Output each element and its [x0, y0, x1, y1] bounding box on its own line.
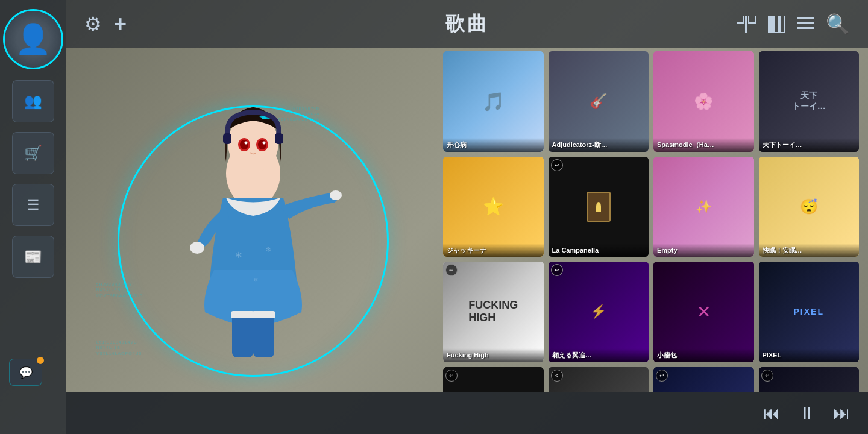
song-card-inner: FUCKINGHIGH↩Fucking High	[443, 262, 544, 362]
song-card-inner: 🎤<	[549, 367, 649, 392]
song-badge-dianya: ↩	[445, 370, 458, 382]
news-icon: 📰	[24, 248, 42, 265]
song-card-dianya[interactable]: 🎼↩地亚狂想曲	[443, 367, 544, 392]
song-title-tenka: 天下トーイ…	[759, 138, 860, 151]
song-badge-scaffold: ↩	[761, 370, 773, 382]
prev-button[interactable]: ⏮	[763, 403, 780, 423]
chat-bubble[interactable]: 💬	[9, 359, 42, 386]
settings-icon[interactable]: ⚙	[84, 13, 102, 36]
song-badge-vacuum: ↩	[656, 370, 668, 382]
search-icon[interactable]: 🔍	[826, 13, 850, 36]
song-card-fhigh[interactable]: FUCKINGHIGH↩Fucking High	[443, 262, 544, 362]
song-title-fhigh: Fucking High	[443, 348, 544, 362]
svg-rect-7	[797, 22, 814, 24]
song-title-haberu: 翱える翼追…	[549, 348, 649, 362]
svg-rect-4	[774, 16, 779, 33]
song-card-haberu[interactable]: ⚡↩翱える翼追…	[549, 262, 649, 362]
user-icon: 👤	[15, 25, 51, 54]
song-title-kaixin: 开心病	[443, 138, 544, 151]
layout-list-icon[interactable]	[797, 17, 814, 31]
song-card-inner: ✨Empty	[653, 157, 754, 257]
song-card-adj[interactable]: 🎸Adjudicatorz-断…	[549, 51, 649, 152]
song-card-spas[interactable]: 🌸Spasmodic（Ha…	[653, 51, 754, 152]
song-card-inner: 🎵开心病	[443, 51, 544, 152]
song-card-jacky[interactable]: ⭐ジャッキーナ	[443, 157, 544, 257]
song-card-empty[interactable]: ✨Empty	[653, 157, 754, 257]
song-card-bg: 🎼	[443, 367, 544, 392]
chat-icon: 💬	[19, 366, 33, 379]
song-card-bg: 🌸	[653, 51, 754, 152]
song-title-spas: Spasmodic（Ha…	[653, 138, 754, 151]
header: ⚙ + 歌曲 🔍	[66, 0, 868, 48]
song-title-xlb: 小籠包	[653, 348, 754, 362]
users-icon: 👥	[24, 93, 42, 110]
song-card-bg: 🎵	[443, 51, 544, 152]
song-card-tenka[interactable]: 天下トーイ…天下トーイ…	[759, 51, 860, 152]
song-card-xlb[interactable]: ✕小籠包	[653, 262, 754, 362]
sidebar-item-users[interactable]: 👥	[12, 80, 54, 122]
song-grid-container[interactable]: 🎵开心病🎸Adjudicatorz-断…🌸Spasmodic（Ha…天下トーイ……	[440, 48, 862, 392]
song-card-bg: ✨	[653, 157, 754, 257]
header-left: ⚙ +	[84, 11, 127, 37]
song-card-bg: 🎸	[549, 51, 649, 152]
song-card-inner: ↩La Campanella	[549, 157, 649, 257]
bottom-bar: ⏮ ⏸ ⏭	[66, 392, 868, 434]
sidebar-item-shop[interactable]: 🛒	[12, 132, 54, 174]
song-card-bg: 天下トーイ…	[759, 51, 860, 152]
song-card-bg: 🎤	[549, 367, 649, 392]
song-title-adj: Adjudicatorz-断…	[549, 138, 649, 151]
song-card-kaixin[interactable]: 🎵开心病	[443, 51, 544, 152]
svg-rect-8	[797, 27, 814, 29]
song-title-kuai: 快眠！安眠…	[759, 244, 860, 257]
song-card-vacuum[interactable]: ∿↩无人-VACUUM TRACK…	[653, 367, 754, 392]
song-card-pixel[interactable]: PIXELPIXEL	[759, 262, 860, 362]
song-card-bg: ⚡	[549, 262, 649, 362]
song-card-bg: PIXEL	[759, 262, 860, 362]
shop-icon: 🛒	[24, 145, 42, 162]
layout-grid-icon[interactable]	[737, 16, 756, 33]
next-button[interactable]: ⏭	[833, 403, 850, 423]
song-title-jacky: ジャッキーナ	[443, 244, 544, 257]
add-icon[interactable]: +	[114, 11, 127, 37]
song-card-kuai[interactable]: 😴快眠！安眠…	[759, 157, 860, 257]
song-card-bg: 😴	[759, 157, 860, 257]
play-pause-button[interactable]: ⏸	[798, 403, 815, 423]
svg-rect-5	[780, 16, 785, 33]
song-badge-fhigh: ↩	[445, 264, 458, 276]
song-card-inner: ⭐ジャッキーナ	[443, 157, 544, 257]
sidebar-item-list[interactable]: ☰	[12, 184, 54, 226]
song-card-bg: ⬡	[759, 367, 860, 392]
sidebar-item-news[interactable]: 📰	[12, 236, 54, 278]
song-card-bg: ∿	[653, 367, 754, 392]
song-card-camp[interactable]: ↩La Campanella	[549, 157, 649, 257]
song-card-scaffold[interactable]: ⬡↩Scaffold…	[759, 367, 860, 392]
song-card-inner: 😴快眠！安眠…	[759, 157, 860, 257]
song-title-empty: Empty	[653, 244, 754, 257]
song-grid: 🎵开心病🎸Adjudicatorz-断…🌸Spasmodic（Ha…天下トーイ……	[443, 51, 859, 392]
layout-col-icon[interactable]	[768, 16, 785, 33]
song-card-inner: ⬡↩Scaffold…	[759, 367, 860, 392]
song-card-inner: 🎸Adjudicatorz-断…	[549, 51, 649, 152]
song-card-bg	[549, 157, 649, 257]
song-title-pixel: PIXEL	[759, 348, 860, 362]
song-badge-camp: ↩	[551, 159, 563, 171]
svg-rect-2	[749, 16, 756, 23]
song-badge-haberu: ↩	[551, 264, 563, 276]
avatar[interactable]: 👤	[3, 9, 63, 69]
svg-rect-6	[797, 17, 814, 19]
song-card-inner: ⚡↩翱える翼追…	[549, 262, 649, 362]
svg-rect-0	[737, 16, 744, 23]
song-card-inner: ✕小籠包	[653, 262, 754, 362]
song-badge-k: <	[551, 370, 563, 382]
song-card-inner: ∿↩无人-VACUUM TRACK…	[653, 367, 754, 392]
svg-rect-3	[768, 16, 773, 33]
header-right: 🔍	[737, 13, 850, 36]
song-card-bg: ✕	[653, 262, 754, 362]
song-title-camp: La Campanella	[549, 244, 649, 257]
song-card-k[interactable]: 🎤<	[549, 367, 649, 392]
song-card-bg: FUCKINGHIGH	[443, 262, 544, 362]
chat-notification-dot	[37, 357, 44, 364]
list-icon: ☰	[27, 197, 40, 213]
song-card-bg: ⭐	[443, 157, 544, 257]
song-card-inner: 天下トーイ…天下トーイ…	[759, 51, 860, 152]
